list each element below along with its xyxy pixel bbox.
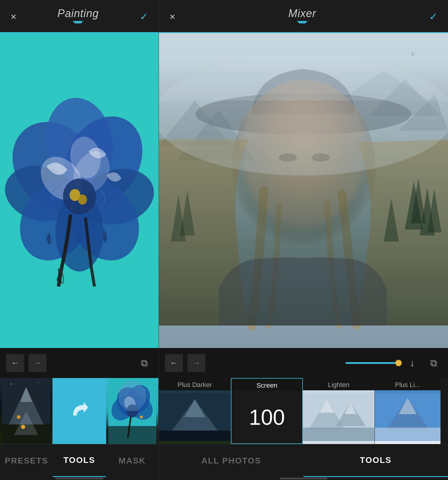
blend-plus-darker-thumb	[159, 390, 231, 444]
left-forward-button[interactable]: →	[28, 354, 46, 372]
blend-plus-darker[interactable]: Plus Darker	[159, 378, 231, 444]
preset-thumb-1-dot	[21, 425, 25, 429]
right-copy-button[interactable]: ⧉	[425, 355, 442, 371]
preset-thumb-1	[0, 378, 52, 444]
svg-rect-51	[159, 56, 448, 100]
right-nav-controls: ← →	[165, 354, 205, 372]
svg-point-21	[21, 381, 22, 381]
left-title: Painting	[57, 7, 99, 26]
right-forward-button[interactable]: →	[187, 354, 205, 372]
right-close-button[interactable]: ×	[168, 9, 177, 24]
preset-thumb-3-svg	[106, 378, 158, 444]
left-presets-strip	[0, 378, 159, 444]
blend-lighten-svg	[303, 390, 375, 444]
left-canvas-toolbar: ← → ⧉	[0, 348, 159, 378]
left-home-bar	[55, 478, 103, 479]
right-panel: × Mixer ✓	[159, 0, 448, 480]
svg-rect-55	[159, 430, 231, 441]
slider-fill	[345, 362, 399, 364]
right-bottom-nav: ALL PHOTOS TOOLS	[159, 444, 448, 477]
left-header: × Painting ✓	[0, 0, 159, 33]
blend-lighten-label: Lighten	[303, 378, 375, 390]
right-title: Mixer	[288, 7, 316, 26]
right-canvas-area	[159, 33, 448, 348]
preset-thumb-3	[106, 378, 158, 444]
blend-screen-label: Screen	[231, 379, 302, 391]
left-back-button[interactable]: ←	[6, 354, 24, 372]
preset-thumb-1-mountain-svg	[0, 378, 52, 444]
preset-item-2[interactable]	[52, 378, 106, 444]
svg-point-30	[140, 416, 143, 418]
svg-rect-18	[2, 424, 50, 444]
left-nav-tools[interactable]: TOOLS	[53, 444, 106, 477]
blend-plus-darker-label: Plus Darker	[159, 378, 231, 390]
preset-item-3[interactable]	[106, 378, 159, 444]
slider-container	[345, 362, 399, 364]
svg-point-14	[78, 194, 87, 205]
left-canvas-area	[0, 33, 159, 348]
left-copy-button[interactable]: ⧉	[136, 355, 153, 371]
svg-point-20	[38, 382, 39, 383]
right-nav-all-photos[interactable]: ALL PHOTOS	[159, 444, 303, 477]
left-close-button[interactable]: ×	[9, 9, 18, 24]
portrait-mountains-svg	[159, 33, 448, 348]
blend-screen[interactable]: Screen 100	[231, 378, 303, 444]
blend-lighten[interactable]: Lighten	[303, 378, 375, 444]
blend-modes-strip: Plus Darker Screen 100 Lighten	[159, 378, 448, 444]
svg-point-19	[10, 383, 12, 385]
portrait-container	[159, 33, 448, 348]
blend-plus-lighter-thumb	[375, 390, 441, 444]
flower-painting-container	[0, 33, 159, 348]
right-home-indicator	[159, 477, 448, 480]
blend-plus-lighter-label: Plus Li...	[375, 378, 441, 390]
redo-arrow-svg	[67, 399, 91, 423]
right-toolbar-right: ↓ ⧉	[345, 355, 442, 371]
right-confirm-button[interactable]: ✓	[428, 9, 439, 24]
left-nav-mask[interactable]: MASK	[106, 444, 159, 477]
slider-track[interactable]	[345, 362, 399, 364]
right-canvas-toolbar: ← → ↓ ⧉	[159, 348, 448, 378]
right-nav-tools[interactable]: TOOLS	[303, 444, 448, 477]
blend-plus-darker-svg	[159, 390, 231, 444]
left-nav-presets[interactable]: PRESETS	[0, 444, 53, 477]
left-panel: × Painting ✓	[0, 0, 159, 480]
blend-plus-lighter[interactable]: Plus Li...	[375, 378, 441, 444]
blend-plus-lighter-svg	[375, 390, 441, 444]
preset-thumb-2	[53, 379, 105, 443]
right-download-button[interactable]: ↓	[404, 355, 421, 371]
svg-rect-31	[108, 426, 156, 444]
svg-rect-61	[303, 428, 375, 441]
slider-handle[interactable]	[395, 360, 402, 366]
right-home-bar	[279, 478, 327, 479]
left-nav-controls: ← →	[6, 354, 46, 372]
left-bottom-nav: PRESETS TOOLS MASK	[0, 444, 159, 477]
left-home-indicator	[0, 477, 159, 480]
left-confirm-button[interactable]: ✓	[138, 9, 150, 24]
flower-painting-svg	[1, 82, 157, 298]
svg-point-22	[17, 415, 20, 419]
right-back-button[interactable]: ←	[165, 354, 183, 372]
svg-point-29	[126, 404, 138, 418]
svg-rect-65	[375, 428, 441, 441]
blend-screen-value: 100	[231, 391, 302, 443]
blend-lighten-thumb	[303, 390, 375, 444]
right-header: × Mixer ✓	[159, 0, 448, 33]
preset-item-1[interactable]	[0, 378, 52, 444]
